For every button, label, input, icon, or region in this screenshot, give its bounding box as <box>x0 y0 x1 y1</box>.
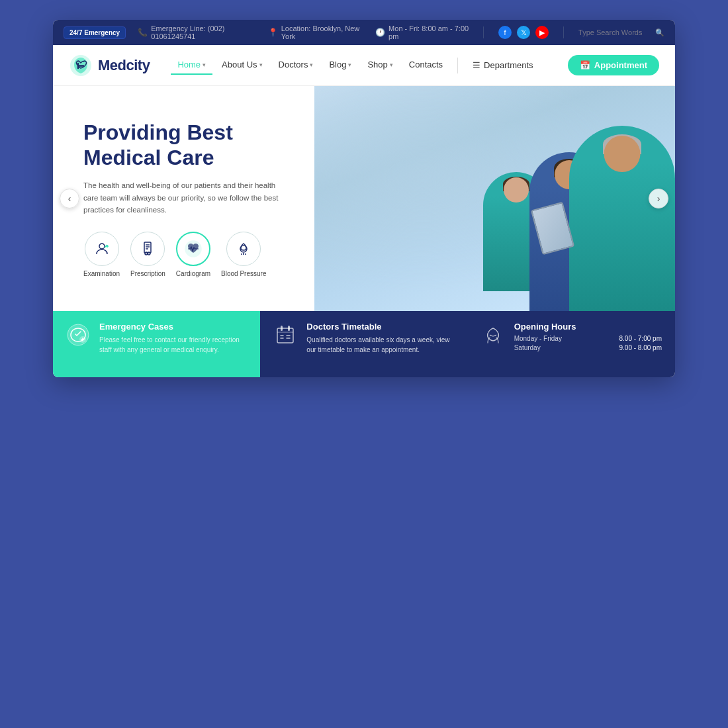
search-area[interactable]: 🔍 <box>578 28 664 37</box>
hero-subtitle: The health and well-being of our patient… <box>83 179 282 216</box>
browser-window: 24/7 Emergency 📞 Emergency Line: (002) 0… <box>53 20 675 377</box>
photo-layer <box>314 86 675 311</box>
prescription-icon <box>130 232 165 266</box>
emergency-card-text: Please feel free to contact our friendly… <box>99 335 247 355</box>
divider-2 <box>563 26 564 38</box>
clock-icon: 🕐 <box>375 28 385 37</box>
timetable-card-text: Qualified doctors available six days a w… <box>306 335 454 355</box>
blog-caret: ▾ <box>348 62 351 68</box>
info-strip: Emergency Cases Please feel free to cont… <box>53 311 675 377</box>
phone-text: Emergency Line: (002) 01061245741 <box>151 24 256 40</box>
saturday-label: Saturday <box>514 344 541 351</box>
search-input[interactable] <box>578 28 651 36</box>
location-info: 📍 Location: Brooklyn, New York <box>268 24 363 40</box>
main-header: Medcity Home ▾ About Us ▾ Doctors ▾ Blog… <box>53 45 675 86</box>
nav-shop[interactable]: Shop ▾ <box>361 56 399 75</box>
emergency-badge: 24/7 Emergency <box>64 26 126 39</box>
hero-title: Providing BestMedical Care <box>83 120 336 171</box>
hours-card[interactable]: Opening Hours Monday - Friday 8.00 - 7:0… <box>468 311 675 377</box>
home-caret: ▾ <box>203 62 206 68</box>
hours-card-body: Opening Hours Monday - Friday 8.00 - 7:0… <box>514 322 662 353</box>
nav-divider <box>457 58 458 73</box>
blood-pressure-label: Blood Pressure <box>221 270 266 277</box>
nav-contacts[interactable]: Contacts <box>402 56 449 75</box>
weekday-label: Monday - Friday <box>514 335 562 342</box>
slider-prev-button[interactable]: ‹ <box>60 189 79 208</box>
arrow-left-icon: ‹ <box>68 193 71 204</box>
service-prescription[interactable]: Prescription <box>130 232 165 277</box>
hero-photo <box>314 86 675 311</box>
svg-rect-2 <box>144 242 151 253</box>
svg-rect-9 <box>277 328 293 343</box>
nav-home[interactable]: Home ▾ <box>171 56 212 75</box>
logo-text: Medcity <box>98 57 150 74</box>
location-text: Location: Brooklyn, New York <box>281 24 363 40</box>
emergency-card-body: Emergency Cases Please feel free to cont… <box>99 322 247 355</box>
svg-point-1 <box>99 244 105 249</box>
svg-point-4 <box>148 252 150 255</box>
blood-pressure-icon <box>226 232 261 266</box>
logo[interactable]: Medcity <box>69 54 150 77</box>
slider-next-button[interactable]: › <box>649 189 668 208</box>
appointment-button[interactable]: 📅 Appointment <box>568 55 659 75</box>
service-examination[interactable]: Examination <box>83 232 120 277</box>
timetable-card-title: Doctors Timetable <box>306 322 454 332</box>
service-icons: Examination Prescription <box>83 232 336 277</box>
emergency-card-icon <box>66 323 90 351</box>
hours-info: 🕐 Mon - Fri: 8:00 am - 7:00 pm <box>375 24 469 40</box>
hero-section: Providing BestMedical Care The health an… <box>53 86 675 311</box>
nav-about[interactable]: About Us ▾ <box>215 56 269 75</box>
doctors-caret: ▾ <box>310 62 313 68</box>
facebook-icon[interactable]: f <box>498 26 512 39</box>
service-blood-pressure[interactable]: Blood Pressure <box>221 232 266 277</box>
cardiogram-icon <box>176 232 210 266</box>
hours-card-title: Opening Hours <box>514 322 662 332</box>
top-bar: 24/7 Emergency 📞 Emergency Line: (002) 0… <box>53 20 675 45</box>
appointment-icon: 📅 <box>580 60 590 70</box>
shop-caret: ▾ <box>390 62 393 68</box>
nav-doctors[interactable]: Doctors ▾ <box>272 56 320 75</box>
about-caret: ▾ <box>259 62 263 68</box>
phone-info: 📞 Emergency Line: (002) 01061245741 <box>138 24 256 40</box>
doctor-main-head <box>604 136 641 172</box>
search-icon[interactable]: 🔍 <box>655 28 664 37</box>
doctor-back-head <box>504 177 529 203</box>
prescription-label: Prescription <box>130 270 165 277</box>
youtube-icon[interactable]: ▶ <box>535 26 549 39</box>
examination-icon <box>85 232 119 266</box>
departments-button[interactable]: ☰ Departments <box>466 56 539 74</box>
hours-card-icon <box>481 323 505 351</box>
twitter-icon[interactable]: 𝕏 <box>517 26 530 39</box>
main-nav: Home ▾ About Us ▾ Doctors ▾ Blog ▾ Shop … <box>171 56 562 75</box>
hours-row-2: Saturday 9.00 - 8.00 pm <box>514 344 662 351</box>
divider-1 <box>483 26 484 38</box>
arrow-right-icon: › <box>657 193 660 204</box>
social-links: f 𝕏 ▶ <box>498 26 549 39</box>
menu-icon: ☰ <box>473 60 480 70</box>
location-icon: 📍 <box>268 28 278 37</box>
service-cardiogram[interactable]: Cardiogram <box>176 232 210 277</box>
doctor-main <box>569 126 675 311</box>
timetable-card[interactable]: Doctors Timetable Qualified doctors avai… <box>260 311 467 377</box>
phone-icon: 📞 <box>138 28 148 37</box>
examination-label: Examination <box>83 270 120 277</box>
weekday-time: 8.00 - 7:00 pm <box>619 335 662 342</box>
cardiogram-label: Cardiogram <box>176 270 210 277</box>
emergency-card[interactable]: Emergency Cases Please feel free to cont… <box>53 311 260 377</box>
timetable-card-icon <box>273 323 297 351</box>
hero-content: Providing BestMedical Care The health an… <box>73 86 347 311</box>
nav-blog[interactable]: Blog ▾ <box>322 56 358 75</box>
svg-rect-10 <box>281 326 283 331</box>
doctors-silhouette <box>314 86 675 311</box>
hours-text: Mon - Fri: 8:00 am - 7:00 pm <box>388 24 469 40</box>
svg-rect-11 <box>288 326 290 331</box>
emergency-card-title: Emergency Cases <box>99 322 247 332</box>
timetable-card-body: Doctors Timetable Qualified doctors avai… <box>306 322 454 355</box>
saturday-time: 9.00 - 8.00 pm <box>619 344 662 351</box>
logo-icon <box>69 54 93 77</box>
hours-row-1: Monday - Friday 8.00 - 7:00 pm <box>514 335 662 342</box>
